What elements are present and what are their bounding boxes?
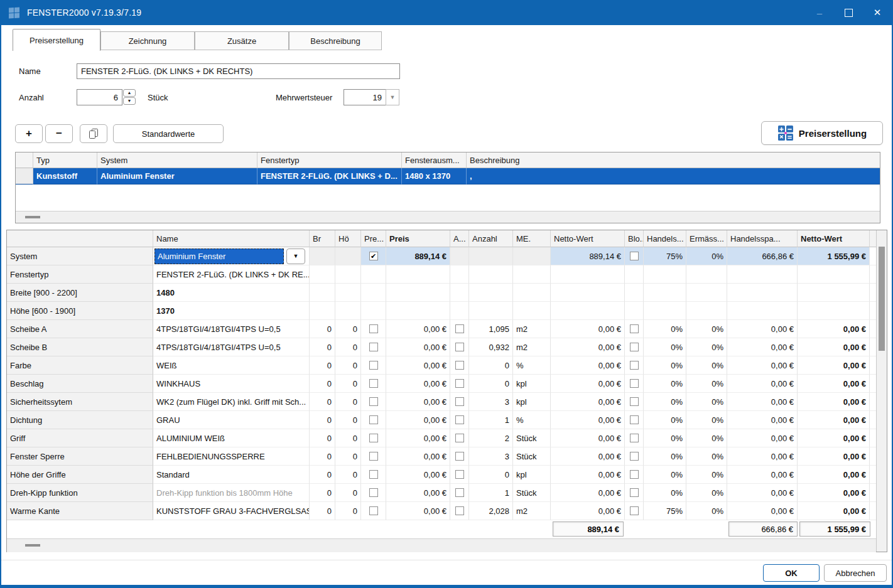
pre-checkbox-cell[interactable] xyxy=(361,284,386,302)
ermaess-cell[interactable]: 0% xyxy=(686,466,727,484)
preis-cell[interactable]: 0,00 € xyxy=(386,393,450,411)
name-cell[interactable]: Dreh-Kipp funktion bis 1800mm Höhe xyxy=(153,484,310,502)
pre-checkbox[interactable]: ✔ xyxy=(369,252,378,260)
blo-checkbox-cell[interactable] xyxy=(625,375,644,393)
name-cell[interactable]: Standard xyxy=(153,466,310,484)
netto-wert-bold-cell[interactable]: 0,00 € xyxy=(798,502,870,520)
me-cell[interactable]: m2 xyxy=(513,502,551,520)
a-checkbox-cell[interactable] xyxy=(450,247,469,265)
anzahl-spin-up-icon[interactable]: ▲ xyxy=(123,89,136,97)
blo-checkbox[interactable] xyxy=(630,470,639,479)
a-checkbox-cell[interactable] xyxy=(450,302,469,320)
position-row-selected[interactable]: Kunststoff Aluminium Fenster FENSTER 2-F… xyxy=(16,168,880,184)
anzahl-cell[interactable]: 1 xyxy=(469,484,513,502)
pre-checkbox[interactable] xyxy=(369,470,378,479)
hoe-cell[interactable]: 0 xyxy=(335,393,361,411)
remove-row-button[interactable]: − xyxy=(45,124,73,143)
handelsspanne-cell[interactable]: 0,00 € xyxy=(727,466,798,484)
col-header-typ[interactable]: Typ xyxy=(33,152,97,168)
me-cell[interactable]: % xyxy=(513,411,551,429)
name-cell[interactable]: 4TPS/18TGI/4/18TGI/4TPS U=0,5 xyxy=(153,320,310,338)
detail-col-header[interactable]: Handels... xyxy=(644,230,686,247)
name-cell[interactable]: ALUMINIUM WEIß xyxy=(153,429,310,447)
a-checkbox[interactable] xyxy=(455,434,464,442)
copy-row-button[interactable] xyxy=(80,124,107,143)
anzahl-cell[interactable] xyxy=(469,284,513,302)
a-checkbox-cell[interactable] xyxy=(450,466,469,484)
netto-wert-bold-cell[interactable]: 0,00 € xyxy=(798,411,870,429)
handelsspanne-cell[interactable]: 0,00 € xyxy=(727,375,798,393)
a-checkbox[interactable] xyxy=(455,506,464,515)
vertical-scrollbar[interactable] xyxy=(876,230,887,552)
netto-wert-bold-cell[interactable]: 0,00 € xyxy=(798,447,870,466)
pre-checkbox[interactable] xyxy=(369,324,378,333)
mehrwertsteuer-dropdown-icon[interactable]: ▼ xyxy=(386,89,399,105)
system-edit-cell[interactable]: Aluminium Fenster xyxy=(154,249,284,264)
a-checkbox[interactable] xyxy=(455,361,464,370)
a-checkbox[interactable] xyxy=(455,415,464,424)
add-row-button[interactable]: + xyxy=(15,124,43,143)
scrollbar-thumb[interactable] xyxy=(879,247,885,351)
me-cell[interactable]: Stück xyxy=(513,484,551,502)
handelsspanne-cell[interactable]: 0,00 € xyxy=(727,320,798,338)
handelsspanne-cell[interactable]: 0,00 € xyxy=(727,502,798,520)
handels-cell[interactable]: 0% xyxy=(644,411,686,429)
netto-wert-cell[interactable] xyxy=(551,302,625,320)
blo-checkbox[interactable] xyxy=(630,343,639,351)
a-checkbox-cell[interactable] xyxy=(450,338,469,356)
a-checkbox-cell[interactable] xyxy=(450,484,469,502)
me-cell[interactable]: Stück xyxy=(513,429,551,447)
detail-col-header[interactable]: Br xyxy=(310,230,335,247)
detail-col-header[interactable]: Blo... xyxy=(625,230,644,247)
anzahl-cell[interactable]: 1 xyxy=(469,411,513,429)
pre-checkbox-cell[interactable] xyxy=(361,429,386,447)
preis-cell[interactable]: 0,00 € xyxy=(386,466,450,484)
hoe-cell[interactable]: 0 xyxy=(335,338,361,356)
netto-wert-cell[interactable]: 0,00 € xyxy=(551,429,625,447)
pre-checkbox-cell[interactable] xyxy=(361,265,386,284)
handelsspanne-cell[interactable]: 0,00 € xyxy=(727,338,798,356)
netto-wert-bold-cell[interactable]: 0,00 € xyxy=(798,393,870,411)
br-cell[interactable]: 0 xyxy=(310,411,335,429)
blo-checkbox-cell[interactable] xyxy=(625,393,644,411)
hoe-cell[interactable]: 0 xyxy=(335,502,361,520)
ermaess-cell[interactable]: 0% xyxy=(686,247,727,265)
preis-cell[interactable] xyxy=(386,302,450,320)
netto-wert-cell[interactable]: 0,00 € xyxy=(551,320,625,338)
name-cell[interactable]: WINKHAUS xyxy=(153,375,310,393)
pre-checkbox-cell[interactable] xyxy=(361,302,386,320)
netto-wert-bold-cell[interactable]: 0,00 € xyxy=(798,466,870,484)
br-cell[interactable] xyxy=(310,247,335,265)
fenstertyp-cell[interactable]: FENSTER 2-FLüG. (DK LINKS + D... xyxy=(257,168,402,184)
handels-cell[interactable] xyxy=(644,284,686,302)
dropdown-button[interactable]: ▼ xyxy=(286,249,305,264)
handels-cell[interactable]: 0% xyxy=(644,375,686,393)
anzahl-cell[interactable] xyxy=(469,302,513,320)
me-cell[interactable] xyxy=(513,284,551,302)
a-checkbox[interactable] xyxy=(455,470,464,479)
pre-checkbox[interactable] xyxy=(369,397,378,406)
br-cell[interactable]: 0 xyxy=(310,375,335,393)
name-cell[interactable]: 1370 xyxy=(153,302,310,320)
ermaess-cell[interactable]: 0% xyxy=(686,338,727,356)
me-cell[interactable] xyxy=(513,302,551,320)
tab-zeichnung[interactable]: Zeichnung xyxy=(100,31,195,50)
a-checkbox[interactable] xyxy=(455,488,464,497)
cancel-button[interactable]: Abbrechen xyxy=(824,564,887,582)
detail-col-header[interactable]: Anzahl xyxy=(469,230,513,247)
ok-button[interactable]: OK xyxy=(763,564,820,582)
handelsspanne-cell[interactable]: 0,00 € xyxy=(727,393,798,411)
ermaess-cell[interactable]: 0% xyxy=(686,484,727,502)
handels-cell[interactable]: 0% xyxy=(644,320,686,338)
blo-checkbox[interactable] xyxy=(630,488,639,497)
hoe-cell[interactable]: 0 xyxy=(335,466,361,484)
detail-col-header[interactable]: Preis xyxy=(386,230,450,247)
pre-checkbox-cell[interactable] xyxy=(361,466,386,484)
pre-checkbox-cell[interactable] xyxy=(361,375,386,393)
a-checkbox[interactable] xyxy=(455,397,464,406)
col-header-fensterausmass[interactable]: Fensterausm... xyxy=(402,152,467,168)
netto-wert-bold-cell[interactable]: 0,00 € xyxy=(798,375,870,393)
preis-cell[interactable] xyxy=(386,265,450,284)
preis-cell[interactable]: 0,00 € xyxy=(386,429,450,447)
netto-wert-cell[interactable]: 0,00 € xyxy=(551,393,625,411)
